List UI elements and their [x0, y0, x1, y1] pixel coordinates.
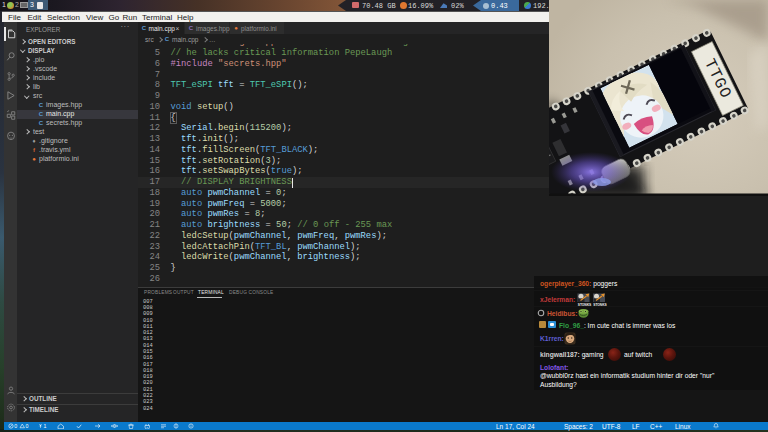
svg-text:0: 0 — [26, 423, 29, 429]
svg-text:STONKS: STONKS — [578, 302, 592, 306]
svg-text:STONKS: STONKS — [593, 302, 607, 306]
svg-text:1: 1 — [44, 423, 47, 429]
svg-text:0: 0 — [14, 423, 17, 429]
